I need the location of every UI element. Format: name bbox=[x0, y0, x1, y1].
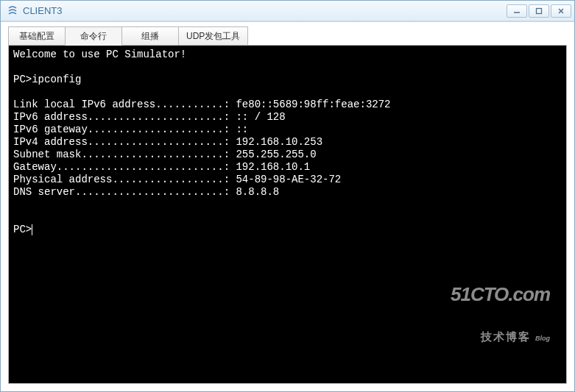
watermark-line2: 技术博客Blog bbox=[451, 330, 550, 345]
terminal-line: Subnet mask.......................: 255.… bbox=[13, 149, 317, 160]
tab-udp-tool[interactable]: UDP发包工具 bbox=[178, 26, 248, 46]
tab-bar: 基础配置 命令行 组播 UDP发包工具 bbox=[8, 26, 567, 46]
tab-label: UDP发包工具 bbox=[186, 30, 240, 43]
watermark-line1: 51CTO.com bbox=[451, 285, 550, 304]
tab-label: 基础配置 bbox=[19, 30, 54, 43]
terminal-line: IPv4 address......................: 192.… bbox=[13, 136, 322, 148]
tab-label: 命令行 bbox=[80, 30, 107, 43]
minimize-button[interactable] bbox=[507, 4, 527, 18]
terminal-line: Link local IPv6 address...........: fe80… bbox=[13, 99, 390, 110]
content-area: 基础配置 命令行 组播 UDP发包工具 Welcome to use PC Si… bbox=[1, 21, 574, 391]
close-button[interactable] bbox=[551, 4, 571, 18]
terminal-line: DNS server........................: 8.8.… bbox=[13, 186, 279, 198]
maximize-button[interactable] bbox=[529, 4, 549, 18]
titlebar: CLIENT3 bbox=[1, 1, 574, 21]
tab-label: 组播 bbox=[141, 30, 159, 43]
terminal-prompt: PC> bbox=[13, 224, 32, 235]
terminal-line: IPv6 gateway......................: :: bbox=[13, 124, 248, 135]
svg-rect-1 bbox=[537, 8, 542, 13]
app-window: CLIENT3 基础配置 命令行 组播 UDP发包工具 Welcome to u… bbox=[0, 0, 575, 392]
app-icon bbox=[7, 5, 18, 17]
tab-multicast[interactable]: 组播 bbox=[121, 26, 179, 46]
terminal-welcome: Welcome to use PC Simulator! bbox=[13, 49, 186, 60]
terminal-line: IPv6 address......................: :: /… bbox=[13, 111, 286, 123]
cursor-icon bbox=[32, 224, 32, 235]
terminal-line: Physical address..................: 54-8… bbox=[13, 174, 341, 185]
tab-command-line[interactable]: 命令行 bbox=[65, 26, 122, 46]
terminal-prompt: PC>ipconfig bbox=[13, 74, 81, 85]
tab-basic-config[interactable]: 基础配置 bbox=[8, 26, 66, 46]
terminal[interactable]: Welcome to use PC Simulator! PC>ipconfig… bbox=[8, 45, 567, 384]
window-title: CLIENT3 bbox=[23, 5, 507, 16]
window-controls bbox=[507, 4, 571, 18]
terminal-line: Gateway...........................: 192.… bbox=[13, 161, 310, 173]
watermark: 51CTO.com 技术博客Blog bbox=[451, 260, 550, 370]
